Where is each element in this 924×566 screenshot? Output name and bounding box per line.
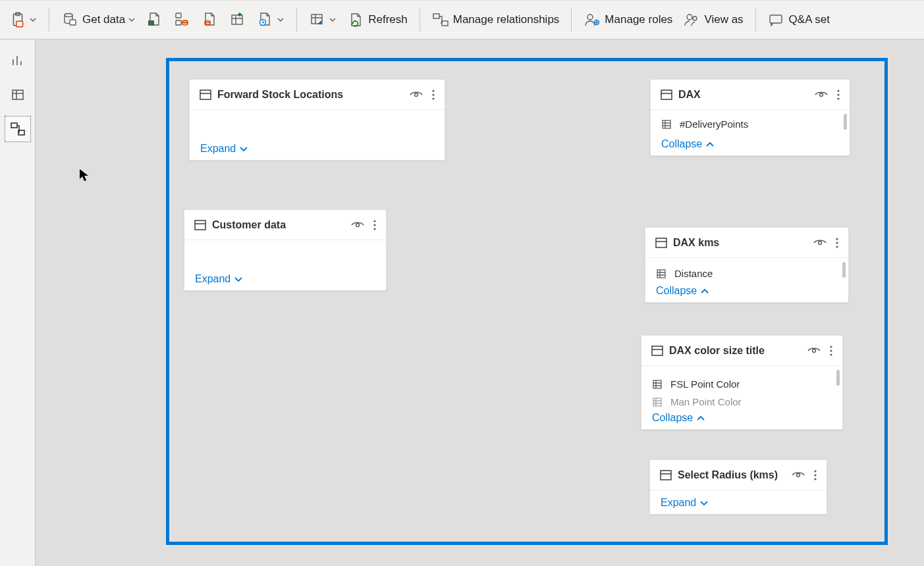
svg-rect-39 [663,120,670,128]
chevron-down-icon [277,16,285,24]
svg-point-56 [814,474,816,476]
visibility-icon[interactable] [409,88,423,101]
more-options-icon[interactable] [834,88,843,101]
enter-data-icon [229,11,246,28]
manage-relationships-button[interactable]: Manage relationships [427,5,565,34]
svg-rect-11 [232,15,242,24]
manage-roles-icon [584,11,601,28]
qa-setup-button[interactable]: Q&A set [763,5,835,34]
expand-button[interactable]: Expand [195,273,244,285]
enter-data-button[interactable] [224,5,252,34]
svg-rect-24 [200,90,211,99]
view-as-icon [683,11,700,28]
svg-point-32 [373,224,375,226]
svg-point-31 [373,220,375,222]
recent-sources-button[interactable] [252,5,290,34]
svg-point-35 [820,93,823,96]
refresh-button[interactable]: Refresh [342,5,413,34]
svg-point-33 [373,228,375,230]
svg-rect-2 [16,21,23,27]
more-options-icon[interactable] [811,469,820,482]
visibility-icon[interactable] [814,88,829,101]
svg-rect-29 [195,220,205,230]
chat-icon [768,11,785,28]
table-card-dax[interactable]: DAX #DeliveryPoints Collapse [650,79,850,156]
visibility-icon[interactable] [350,219,365,232]
table-icon [655,236,668,249]
table-card-dax-color[interactable]: DAX color size title FSL Point Color Man… [641,335,843,430]
qa-setup-label: Q&A set [789,13,830,26]
svg-point-43 [836,242,838,244]
field-row[interactable]: FSL Point Color [641,375,842,393]
svg-point-44 [836,245,838,247]
table-card-customer-data[interactable]: Customer data Expand [184,209,387,291]
chevron-down-icon [329,16,337,24]
manage-roles-label: Manage roles [605,13,672,26]
collapse-button[interactable]: Collapse [661,138,715,150]
transform-data-button[interactable] [304,5,342,34]
manage-roles-button[interactable]: Manage roles [578,5,678,34]
svg-point-50 [830,353,832,355]
more-options-icon[interactable] [370,219,379,232]
svg-point-28 [432,97,434,99]
report-view-button[interactable] [5,47,31,74]
cursor-icon [79,168,90,182]
model-view-icon [10,122,26,136]
relationships-icon [432,11,449,28]
svg-point-26 [432,90,434,91]
field-row[interactable]: Man Point Color [641,393,842,408]
visibility-icon[interactable] [791,469,805,482]
svg-rect-52 [653,398,661,406]
svg-rect-8 [176,20,181,25]
measure-icon [655,269,668,279]
svg-point-30 [356,223,360,226]
collapse-button[interactable]: Collapse [656,285,710,297]
table-icon [660,88,673,101]
more-options-icon[interactable] [832,236,842,249]
excel-icon: x [146,11,163,28]
field-name: FSL Point Color [670,378,740,390]
field-row[interactable]: #DeliveryPoints [651,115,850,133]
manage-relationships-label: Manage relationships [453,13,560,26]
table-card-select-radius[interactable]: Select Radius (kms) Expand [649,459,827,515]
svg-point-47 [813,349,816,352]
svg-rect-14 [433,14,439,18]
svg-point-57 [814,478,816,480]
view-as-label: View as [704,13,743,26]
more-options-icon[interactable] [827,344,836,357]
get-data-button[interactable]: Get data [56,5,141,34]
visibility-icon[interactable] [807,344,821,357]
field-name: Man Point Color [670,396,742,407]
sql-server-button[interactable] [196,5,224,34]
field-row[interactable]: Distance [645,265,848,282]
model-canvas[interactable]: Forward Stock Locations Expand Customer … [36,39,924,566]
table-card-dax-kms[interactable]: DAX kms Distance Collapse [645,227,849,303]
scrollbar[interactable] [842,262,846,278]
visibility-icon[interactable] [813,236,827,249]
field-name: Distance [674,268,713,279]
measure-icon [660,119,673,130]
paste-button[interactable] [4,5,42,34]
svg-rect-40 [656,238,666,247]
view-as-button[interactable]: View as [678,5,748,34]
more-options-icon[interactable] [429,88,438,101]
table-card-fsl[interactable]: Forward Stock Locations Expand [189,79,445,161]
field-name: #DeliveryPoints [680,118,748,130]
svg-rect-51 [653,380,661,388]
get-data-label: Get data [82,13,125,26]
excel-workbook-button[interactable]: x [141,5,169,34]
collapse-button[interactable]: Collapse [652,412,706,424]
model-view-button[interactable] [5,116,31,142]
expand-button[interactable]: Expand [200,143,249,155]
svg-point-19 [693,16,697,20]
scrollbar[interactable] [836,370,840,386]
expand-button[interactable]: Expand [661,497,709,509]
data-view-button[interactable] [5,82,31,108]
data-view-icon [11,88,25,102]
svg-point-49 [830,349,832,351]
svg-point-48 [830,346,832,347]
svg-point-38 [837,97,839,99]
scrollbar[interactable] [844,114,847,130]
data-hub-button[interactable] [169,5,196,34]
clipboard-icon [9,11,26,28]
